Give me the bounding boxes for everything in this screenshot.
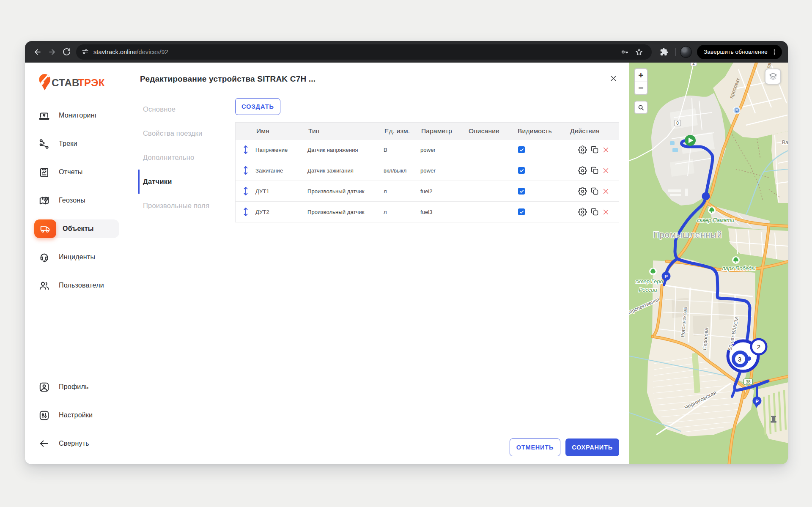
sidebar-item-label: Профиль [59,383,88,391]
sensor-copy-button[interactable] [590,187,599,195]
sensor-copy-button[interactable] [590,145,599,154]
delete-x-icon [602,208,609,216]
cell-name: ДУТ1 [255,188,307,195]
app-logo: СТАВ ТРЭК [38,71,130,95]
gear-icon [578,166,587,175]
sensor-settings-button[interactable] [578,166,587,175]
cancel-button[interactable]: ОТМЕНИТЬ [510,438,560,456]
modal-tabs: Основное Свойства поездки Дополнительно … [130,97,225,222]
map-canvas: P P 3 2 [629,63,788,464]
sidebar-item-settings[interactable]: Настройки [34,406,119,425]
logo-text-orange: ТРЭК [78,77,105,88]
svg-text:P: P [755,399,759,404]
cell-param: power [420,147,468,153]
sidebar-item-label: Инциденты [59,253,95,261]
sidebar-item-label: Треки [59,140,77,148]
key-icon [620,48,629,56]
sidebar-item-incidents[interactable]: Инциденты [34,248,119,266]
sidebar-collapse[interactable]: Свернуть [34,434,119,453]
close-button[interactable] [609,74,618,83]
finish-update-button[interactable]: Завершить обновление [697,45,782,59]
sensor-copy-button[interactable] [590,208,599,216]
drag-handle[interactable] [236,165,255,175]
create-button[interactable]: СОЗДАТЬ [235,98,280,115]
park-label: России [639,287,657,293]
tree-icon [649,268,657,275]
svg-text:0: 0 [676,121,679,126]
sidebar-item-objects[interactable]: Объекты [34,219,119,238]
drag-handle[interactable] [236,186,255,196]
sensor-delete-button[interactable] [602,188,609,195]
sensor-delete-button[interactable] [602,146,609,153]
map-search-button[interactable] [634,101,648,114]
waypoint-dot-marker[interactable] [702,192,710,200]
save-button[interactable]: СОХРАНИТЬ [565,438,619,456]
visibility-checkbox[interactable] [518,167,525,174]
cell-unit: вкл/выкл [384,167,420,174]
sensor-settings-button[interactable] [578,145,587,154]
password-key-button[interactable] [619,46,631,58]
zoom-out-button[interactable]: − [635,82,647,95]
sensor-delete-button[interactable] [602,208,609,216]
sensor-settings-button[interactable] [578,208,587,217]
sensor-copy-button[interactable] [590,166,599,175]
tab-additional[interactable]: Дополнительно [138,145,225,170]
sensor-delete-button[interactable] [602,167,609,174]
sidebar-item-monitoring[interactable]: Мониторинг [34,106,119,125]
tab-custom-fields[interactable]: Произвольные поля [138,194,225,218]
sidebar-item-geozones[interactable]: Геозоны [34,191,119,210]
delete-x-icon [602,167,609,174]
sensor-settings-button[interactable] [578,187,587,196]
drag-handle[interactable] [236,145,255,155]
profile-icon [38,381,50,393]
map-layers-button[interactable] [765,69,781,85]
start-marker[interactable] [685,135,696,146]
bookmark-star-button[interactable] [633,46,645,58]
url-path: /devices/92 [137,49,168,55]
tab-main[interactable]: Основное [138,97,225,121]
users-icon [38,279,50,292]
sidebar-item-reports[interactable]: Отчеты [34,163,119,181]
visibility-checkbox[interactable] [518,146,525,153]
address-bar[interactable]: stavtrack.online/devices/92 [76,44,652,60]
sidebar-item-tracks[interactable]: Треки [34,134,119,153]
sidebar-item-profile[interactable]: Профиль [34,378,119,396]
svg-text:СТАВ: СТАВ [52,77,80,88]
sensors-table: Имя Тип Ед. изм. Параметр Описание Видим… [235,122,619,222]
extensions-button[interactable] [657,45,671,59]
copy-icon [590,208,599,216]
drag-handle[interactable] [236,207,255,217]
modal-body: Основное Свойства поездки Дополнительно … [130,97,629,222]
browser-menu-button[interactable] [769,47,779,57]
tab-sensors[interactable]: Датчики [138,170,225,194]
visibility-checkbox[interactable] [518,208,525,215]
sidebar-item-label: Пользователи [59,282,104,289]
city-label: Промышленный [653,230,722,239]
header-actions: Действия [569,127,619,135]
svg-text:P: P [664,274,668,279]
map-panel[interactable]: P P 3 2 [629,63,788,464]
modal-footer: ОТМЕНИТЬ СОХРАНИТЬ [510,438,619,456]
star-icon [635,48,643,56]
check-icon [519,168,524,173]
tab-trip-properties[interactable]: Свойства поездки [138,121,225,145]
cell-unit: л [384,188,420,195]
kebab-menu-icon [771,49,778,55]
zoom-in-button[interactable]: + [635,69,647,82]
cell-name: ДУТ2 [255,209,307,215]
sidebar: СТАВ ТРЭК Мониторинг Треки [25,63,130,464]
back-button[interactable] [30,45,45,59]
cell-unit: В [384,147,420,153]
header-visibility: Видимость [517,127,569,135]
settings-icon [38,409,50,422]
sidebar-item-label: Отчеты [59,168,83,176]
profile-avatar[interactable] [680,46,692,58]
header-unit: Ед. изм. [384,127,420,135]
visibility-checkbox[interactable] [518,188,525,195]
reload-button[interactable] [59,45,74,59]
cluster-count-3: 3 [738,356,741,363]
sidebar-item-users[interactable]: Пользователи [34,276,119,295]
row-actions [569,166,619,175]
sidebar-nav: Мониторинг Треки Отчеты [25,106,130,304]
forward-button[interactable] [45,45,59,59]
